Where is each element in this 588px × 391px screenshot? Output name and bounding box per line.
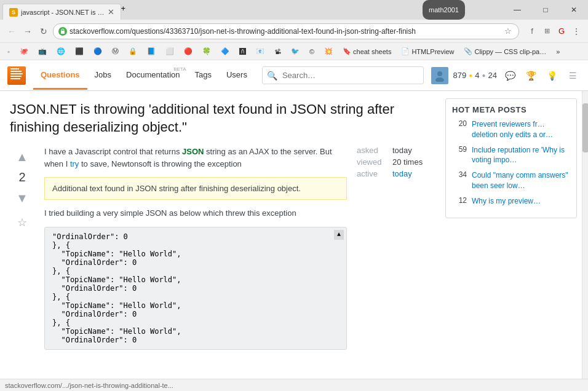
hot-meta-posts: HOT META POSTS 20 Prevent reviewers fr… … [445,98,577,218]
browser-action-btn-3[interactable]: G [555,25,568,38]
nav-tags[interactable]: Tags [188,61,219,90]
bookmark-cheat-sheets[interactable]: 🔖 cheat sheets [340,46,394,57]
hot-meta-link-2[interactable]: Could "many comm answers" been seer low… [472,170,570,191]
vote-count: 2 [18,170,25,184]
meta-info: asked today viewed 20 times active today [357,146,431,357]
vote-column: ▲ 2 ▼ ☆ [10,146,34,357]
browser-action-btn-2[interactable]: ⊞ [540,25,554,38]
code-content: "OrdinalOrder": 0 }, { "TopicName": "Hel… [52,232,339,344]
bookmark-item-13[interactable]: 🅰 [237,47,248,57]
bookmark-item-4[interactable]: ⬛ [73,46,86,57]
so-header: Questions Jobs Documentation Tags Users … [0,60,588,91]
maximize-button[interactable]: □ [531,0,560,20]
bookmark-item-6[interactable]: Ⓜ [109,45,121,57]
window-controls[interactable]: math2001 — □ ✕ [503,0,588,20]
bookmark-item-14[interactable]: 📧 [253,46,267,57]
nav-questions[interactable]: Questions [33,61,87,90]
bookmark-item-9[interactable]: ⬜ [163,46,177,57]
nav-users[interactable]: Users [219,61,255,90]
search-bar[interactable]: 🔍 [262,66,424,84]
bookmark-item-3[interactable]: 🌐 [54,46,68,57]
svg-rect-3 [10,73,23,74]
close-button[interactable]: ✕ [560,0,588,20]
gold-count: 4 [475,71,479,80]
bookmark-apps[interactable]: ◦ [5,47,12,57]
inbox-button[interactable]: 💬 [502,68,518,84]
favorite-button[interactable]: ☆ [14,214,31,231]
svg-rect-0 [61,31,65,34]
hot-meta-link-3[interactable]: Why is my preview… [472,196,541,207]
bookmark-item-2[interactable]: 📺 [36,46,49,57]
new-tab-area[interactable]: + [121,4,140,20]
bookmark-item-10[interactable]: 🔴 [181,46,195,57]
browser-action-btn-1[interactable]: f [525,25,539,38]
url-security-icon [58,27,67,36]
tab-close-button[interactable]: ✕ [108,8,114,16]
hot-meta-count-1: 59 [452,145,467,154]
achievements-button[interactable]: 🏆 [523,68,539,84]
question-title: JSON.NET is throwing 'additional text fo… [10,101,431,136]
bookmark-html-preview[interactable]: 📄 HTMLPreview [399,46,456,57]
search-input[interactable] [262,66,424,84]
bookmark-item-17[interactable]: © [307,47,317,57]
tab-title: javascript - JSON.NET is … [21,9,105,16]
bookmark-item-16[interactable]: 🐦 [288,46,302,57]
hot-meta-item-0: 20 Prevent reviewers fr… deletion only e… [452,119,570,140]
bookmark-item-15[interactable]: 📽 [272,47,284,57]
bookmark-item-12[interactable]: 🔷 [218,46,232,57]
hot-meta-count-2: 34 [452,170,467,179]
active-value[interactable]: today [392,169,412,178]
body-text-1: I have a Javascript control that returns [44,147,182,156]
asked-row: asked today [357,146,431,155]
bookmark-star-icon[interactable]: ☆ [503,26,514,37]
bookmark-item-7[interactable]: 🔒 [126,46,140,57]
back-button[interactable]: ← [5,25,18,38]
active-row: active today [357,169,431,178]
viewed-row: viewed 20 times [357,157,431,167]
bookmarks-bar: ◦ 🐙 📺 🌐 ⬛ 🔵 Ⓜ 🔒 📘 ⬜ 🔴 🍀 🔷 🅰 📧 📽 🐦 © 💥 🔖 … [0,43,588,60]
forward-button[interactable]: → [21,25,34,38]
code-scroll-button[interactable]: ▲ [334,230,344,240]
bookmark-item-5[interactable]: 🔵 [91,46,105,57]
hot-meta-count-3: 12 [452,196,467,205]
avatar[interactable] [431,67,448,84]
asked-label: asked [357,146,387,155]
question-paragraph-2: I tried building a very simple JSON as b… [44,207,347,219]
bookmark-github[interactable]: 🐙 [17,46,31,57]
svg-rect-2 [10,76,22,77]
downvote-button[interactable]: ▼ [11,187,33,209]
bookmark-clippy[interactable]: 📎 Clippy — CSS clip-pa… [461,46,549,57]
menu-button[interactable]: ☰ [565,68,581,84]
reload-button[interactable]: ↻ [37,25,50,38]
hot-meta-link-0[interactable]: Prevent reviewers fr… deletion only edit… [472,119,570,140]
minimize-button[interactable]: — [503,0,531,20]
bookmarks-overflow[interactable]: » [554,47,562,57]
bookmark-item-18[interactable]: 💥 [322,46,335,57]
hot-meta-item-1: 59 Include reputation re 'Why is voting … [452,145,570,166]
so-logo[interactable] [7,66,26,85]
right-sidebar: HOT META POSTS 20 Prevent reviewers fr… … [440,91,582,391]
scrollbar-thumb[interactable] [582,103,588,152]
code-block[interactable]: ▲ "OrdinalOrder": 0 }, { "TopicName": "H… [44,227,347,350]
help-button[interactable]: 💡 [544,68,560,84]
nav-documentation[interactable]: Documentation [119,61,187,90]
active-tab[interactable]: S javascript - JSON.NET is … ✕ [2,4,121,20]
scrollbar[interactable] [582,91,588,391]
hot-meta-link-1[interactable]: Include reputation re 'Why is voting imp… [472,145,570,166]
hot-meta-item-2: 34 Could "many comm answers" been seer l… [452,170,570,191]
content-area: JSON.NET is throwing 'additional text fo… [0,91,440,391]
so-nav: Questions Jobs Documentation Tags Users [33,61,255,90]
browser-menu-button[interactable]: ⋮ [570,25,583,38]
url-bar[interactable]: stackoverflow.com/questions/43363710/jso… [53,23,519,39]
question-content: I have a Javascript control that returns… [44,146,347,357]
hot-meta-title: HOT META POSTS [452,105,570,114]
bookmark-item-8[interactable]: 📘 [145,46,158,57]
svg-point-6 [437,71,442,76]
browser-action-buttons: f ⊞ G ⋮ [525,25,583,38]
viewed-label: viewed [357,157,387,167]
bookmark-item-11[interactable]: 🍀 [200,46,213,57]
math2001-pill: math2001 [423,0,465,20]
nav-jobs[interactable]: Jobs [87,61,119,90]
upvote-button[interactable]: ▲ [11,146,33,168]
try-link[interactable]: try [70,159,79,168]
